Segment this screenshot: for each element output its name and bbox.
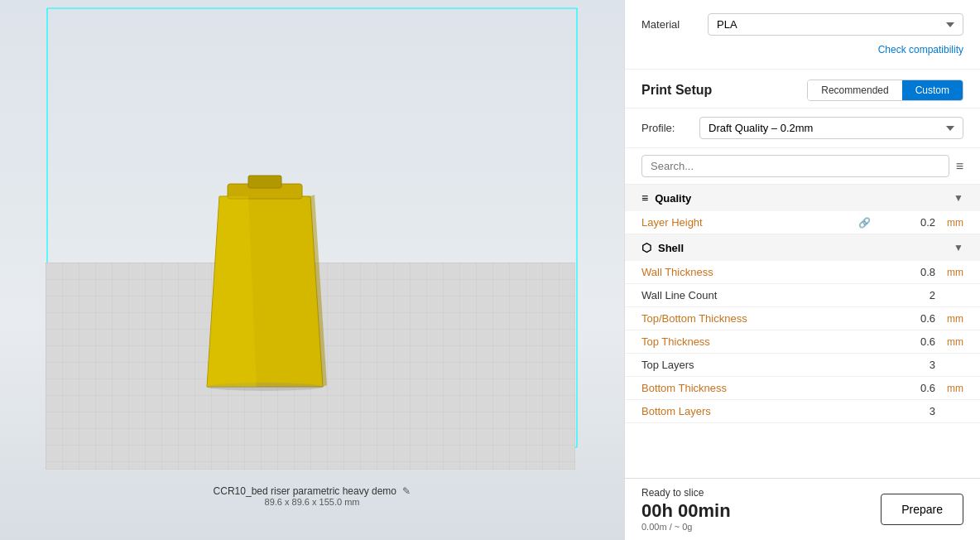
search-row: ≡ [625,148,980,185]
profile-select[interactable]: Draft Quality – 0.2mm [699,117,963,139]
setting-row: Bottom Thickness 0.6 mm [625,377,980,400]
setting-bottom-layers: Bottom Layers [641,405,877,417]
model-label: CCR10_bed riser parametric heavy demo ✎ … [214,485,411,507]
model-dims: 89.6 x 89.6 x 155.0 mm [214,497,411,507]
bottom-thickness-unit: mm [939,383,963,394]
material-label: Material [641,18,708,31]
top-layers-value: 3 [877,359,935,371]
model-name: CCR10_bed riser parametric heavy demo [214,485,396,497]
shell-label: Shell [658,242,684,254]
setting-row: Wall Line Count 2 [625,284,980,307]
setting-wall-thickness: Wall Thickness [641,266,877,278]
stats-display: 0.00m / ~ 0g [641,522,731,532]
bottom-bar: Ready to slice 00h 00min 0.00m / ~ 0g Pr… [625,478,980,540]
setting-row: Top Thickness 0.6 mm [625,330,980,354]
slice-info: Ready to slice 00h 00min 0.00m / ~ 0g [641,487,731,532]
setting-row: Top/Bottom Thickness 0.6 mm [625,307,980,330]
setting-row: Bottom Layers 3 [625,400,980,423]
tab-custom[interactable]: Custom [902,80,963,100]
prepare-button[interactable]: Prepare [881,494,963,525]
ready-to-slice: Ready to slice [641,487,731,499]
link-icon[interactable]: 🔗 [858,217,871,229]
profile-label: Profile: [641,122,699,134]
layer-height-unit: mm [939,217,963,229]
panel-top: Material PLA Check compatibility [625,0,980,70]
quality-icon: ≡ [641,191,648,205]
shell-chevron: ▼ [954,242,963,253]
shell-section-header[interactable]: ⬡ Shell ▼ [625,234,980,261]
topbottom-thickness-unit: mm [939,313,963,325]
search-input[interactable] [641,155,949,177]
setting-row: Wall Thickness 0.8 mm [625,261,980,284]
viewport: CCR10_bed riser parametric heavy demo ✎ … [0,0,624,540]
setting-top-layers: Top Layers [641,359,877,371]
quality-section-header[interactable]: ≡ Quality ▼ [625,185,980,211]
quality-chevron: ▼ [954,192,963,204]
check-compatibility-link[interactable]: Check compatibility [641,42,963,62]
tab-group: Recommended Custom [807,80,963,101]
wall-thickness-unit: mm [939,267,963,278]
print-setup-header: Print Setup Recommended Custom [625,70,980,108]
quality-label: Quality [655,192,691,205]
bottom-thickness-value: 0.6 [877,382,935,394]
setting-row: Layer Height 🔗 0.2 mm [625,211,980,234]
setting-bottom-thickness: Bottom Thickness [641,382,877,394]
bottom-layers-value: 3 [877,405,935,417]
shell-icon: ⬡ [641,241,651,254]
tab-recommended[interactable]: Recommended [808,80,901,100]
setting-topbottom-thickness: Top/Bottom Thickness [641,312,877,325]
settings-body: ≡ Quality ▼ Layer Height 🔗 0.2 mm ⬡ Shel… [625,185,980,478]
layer-height-value: 0.2 [877,216,935,229]
top-thickness-unit: mm [939,336,963,348]
setting-row: Top Layers 3 [625,354,980,377]
print-setup-title: Print Setup [641,83,712,98]
top-thickness-value: 0.6 [877,335,935,348]
topbottom-thickness-value: 0.6 [877,312,935,325]
edit-icon[interactable]: ✎ [402,485,411,497]
menu-icon[interactable]: ≡ [956,159,963,174]
profile-row: Profile: Draft Quality – 0.2mm [625,108,980,148]
right-panel: Material PLA Check compatibility Print S… [624,0,980,540]
material-row: Material PLA [641,13,963,36]
setting-top-thickness: Top Thickness [641,335,877,348]
setting-layer-height: Layer Height [641,216,858,229]
wall-thickness-value: 0.8 [877,266,935,278]
material-select[interactable]: PLA [708,13,963,36]
setting-wall-line-count: Wall Line Count [641,289,877,301]
time-display: 00h 00min [641,500,731,522]
wall-line-count-value: 2 [877,289,935,301]
